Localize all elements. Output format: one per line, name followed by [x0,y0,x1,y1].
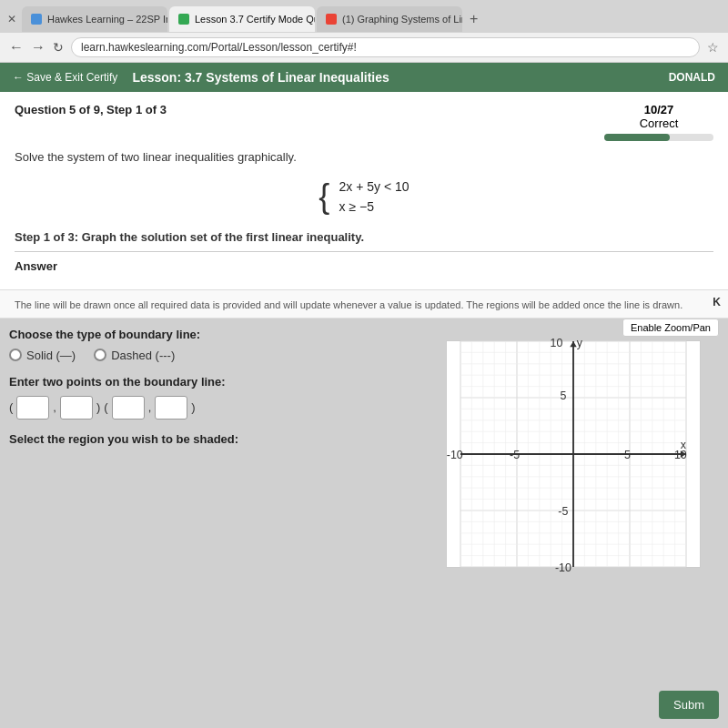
app-header: ← Save & Exit Certify Lesson: 3.7 System… [0,63,728,92]
open-paren1: ( [9,400,13,414]
tick-neg5-x: -5 [510,449,520,461]
tab-certify[interactable]: Lesson 3.7 Certify Mode Quest ✕ [169,6,315,32]
brace-symbol: { [318,177,329,215]
tick-10-x: 10 [674,449,687,461]
tab-graphing-label: (1) Graphing Systems of Linea [342,14,462,25]
points-row: ( , ) ( , ) [9,396,431,420]
close-paren1: ) [96,400,100,414]
boundary-title: Choose the type of boundary line: [9,328,431,341]
tab-certify-label: Lesson 3.7 Certify Mode Quest [195,14,315,25]
comma2: , [148,400,152,414]
shade-title: Select the region you wish to be shaded: [9,432,431,446]
k-label: K [713,296,721,308]
equation-line1: 2x + 5y < 10 [339,177,410,197]
divider [15,251,713,252]
close-button[interactable]: ✕ [7,13,16,25]
correct-label: Correct [604,116,713,130]
equation-line2: x ≥ −5 [339,197,410,217]
back-nav-icon[interactable]: ← [9,39,24,56]
graphing-tab-icon [326,14,337,25]
tick-5-y: 5 [560,389,566,402]
close-paren2: ) [191,400,195,414]
tab-bar: ✕ Hawkes Learning – 22SP Intern ✕ Lesson… [0,0,728,33]
solid-radio-circle[interactable] [9,349,22,361]
equation-box: { 2x + 5y < 10 x ≥ −5 [15,177,713,217]
question-area: Question 5 of 9, Step 1 of 3 10/27 Corre… [0,92,728,290]
user-label: DONALD [669,71,715,84]
y-axis-label: y [577,337,583,349]
forward-nav-icon[interactable]: → [31,39,46,56]
address-input[interactable]: learn.hawkeslearning.com/Portal/Lesson/l… [71,37,700,57]
zoom-pan-button[interactable]: Enable Zoom/Pan [622,318,719,337]
answer-label: Answer [15,259,713,273]
point1-y-input[interactable] [60,396,93,420]
bookmark-icon[interactable]: ☆ [707,40,719,55]
step-instruction: Step 1 of 3: Graph the solution set of t… [15,230,246,244]
y-axis-arrow [570,341,576,347]
solid-radio-item[interactable]: Solid (—) [9,349,76,362]
address-bar: ← → ↻ learn.hawkeslearning.com/Portal/Le… [0,33,728,63]
boundary-radio-group: Solid (—) Dashed (---) [9,349,431,362]
problem-statement: Solve the system of two linear inequalit… [15,150,713,164]
hawkes-tab-icon [31,14,42,25]
certify-tab-icon [178,14,189,25]
tab-graphing[interactable]: (1) Graphing Systems of Linea ✕ [317,6,462,32]
tick-neg5-y: -5 [558,505,568,518]
submit-button[interactable]: Subm [659,691,719,719]
tab-hawkes-label: Hawkes Learning – 22SP Intern [47,14,167,25]
graph-panel: Enable Zoom/Pan [446,318,719,568]
question-header: Question 5 of 9, Step 1 of 3 10/27 Corre… [15,103,713,141]
step-label: Step 1 of 3: Graph the solution set of t… [15,230,713,244]
coordinate-graph[interactable]: x y -10 -5 5 10 5 -5 -10 10 [446,340,701,568]
comma1: , [53,400,56,414]
browser-chrome: ✕ Hawkes Learning – 22SP Intern ✕ Lesson… [0,0,728,63]
dashed-label: Dashed (---) [111,349,175,362]
tick-5-x: 5 [624,449,631,461]
tick-10-y: 10 [551,337,563,349]
solid-label: Solid (—) [26,349,76,362]
points-title: Enter two points on the boundary line: [9,375,431,389]
info-bar: The line will be drawn once all required… [0,290,728,318]
step-bold: first [246,230,268,244]
info-text: The line will be drawn once all required… [0,290,728,318]
dashed-radio-circle[interactable] [94,349,106,361]
tab-hawkes[interactable]: Hawkes Learning – 22SP Intern ✕ [22,6,167,32]
tick-neg10-y: -10 [555,561,571,574]
point2-y-input[interactable] [155,396,187,420]
dashed-radio-item[interactable]: Dashed (---) [94,349,175,362]
score-number: 10/27 [604,103,713,116]
controls-panel: Choose the type of boundary line: Solid … [9,318,431,568]
tick-neg10-x: -10 [447,449,463,461]
step-instruction2: linear inequality. [268,230,364,244]
add-tab-button[interactable]: + [464,6,483,32]
save-exit-button[interactable]: ← Save & Exit Certify [13,71,117,84]
score-block: 10/27 Correct [604,103,713,141]
point1-x-input[interactable] [16,396,49,420]
lesson-title: Lesson: 3.7 Systems of Linear Inequaliti… [132,70,389,85]
reload-icon[interactable]: ↻ [53,40,64,55]
open-paren2: ( [104,400,107,414]
question-label: Question 5 of 9, Step 1 of 3 [15,103,167,116]
score-fill [604,134,670,141]
score-bar [604,134,713,141]
point2-x-input[interactable] [112,396,145,420]
interactive-area: Choose the type of boundary line: Solid … [0,318,728,577]
equation-lines: 2x + 5y < 10 x ≥ −5 [339,177,410,217]
